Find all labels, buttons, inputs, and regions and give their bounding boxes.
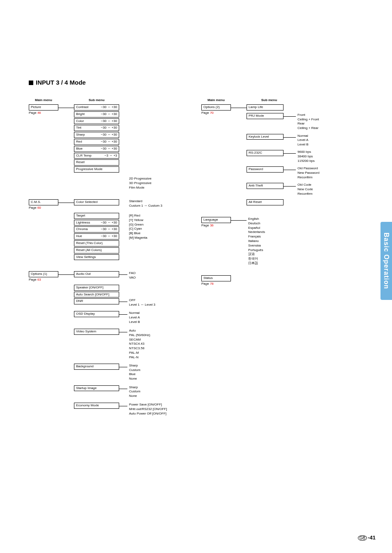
leaf-item: New Code	[296, 187, 341, 192]
page-link[interactable]: 63	[37, 278, 41, 281]
range-value: −30 ↔ +30	[101, 221, 117, 225]
leaf-group: SharpCustomBlueNone	[127, 364, 181, 381]
leaf-item: VAO	[127, 276, 181, 280]
sub-menu-header-left: Sub menu	[74, 99, 119, 102]
submenu-item: Lamp Life	[247, 104, 284, 111]
leaf-item: PAL-M	[127, 351, 181, 355]
submenu-item: All Reset	[247, 199, 284, 205]
leaf-item: [C] Cyan	[127, 227, 168, 231]
section-heading: INPUT 3 / 4 Mode	[29, 79, 86, 86]
menu-label: Language	[203, 218, 218, 221]
leaf-group: EnglishDeutschEspañolNederlandsFrançaisI…	[247, 217, 288, 266]
page-link[interactable]: 60	[37, 206, 41, 210]
leaf-item: Normal	[127, 311, 181, 316]
submenu-label: Background	[76, 365, 94, 369]
menu-status: Status	[201, 275, 231, 281]
leaf-item: NTSC3.58	[127, 346, 181, 351]
submenu-item: PRJ Mode	[247, 113, 284, 119]
leaf-item: Ceiling + Front	[296, 118, 341, 122]
leaf-item: 日本語	[247, 261, 288, 266]
submenu-label: Bright	[76, 113, 85, 116]
main-menu-header-left: Main menu	[29, 99, 58, 102]
submenu-item: Tint−30 ↔ +30	[74, 125, 119, 131]
leaf-item: Level B	[296, 143, 341, 147]
leaf-item: Blue	[127, 372, 181, 377]
leaf-group: 2D Progressive3D ProgressiveFilm Mode	[127, 177, 168, 190]
menu-language: Language	[201, 217, 231, 223]
leaf-item: Level A	[296, 138, 341, 143]
range-value: −30 ↔ +30	[101, 106, 117, 109]
submenu-label: Reset (All Colors)	[76, 249, 102, 252]
submenu-label: View Settings	[76, 256, 96, 259]
page-link[interactable]: 70	[210, 111, 214, 115]
submenu-item: Auto Search [ON/OFF]	[74, 292, 119, 298]
submenu-label: CLR Temp	[76, 154, 92, 158]
leaf-group: StandardCustom 1 ↔ Custom 3	[127, 199, 177, 208]
page-number: -41	[368, 535, 376, 541]
leaf-item: 汉语	[247, 252, 288, 257]
leaf-item: English	[247, 217, 288, 221]
menu-options2: Options (2)	[201, 104, 231, 111]
leaf-item: Standard	[127, 199, 177, 204]
submenu-item: Audio Out	[74, 271, 119, 277]
leaf-group: Old CodeNew CodeReconfirm	[296, 183, 341, 196]
menu-picture: Picture	[29, 104, 58, 111]
leaf-group: Power Save [ON/OFF]Mntr.out/RS232 [ON/OF…	[127, 403, 181, 416]
submenu-item: Blue−30 ↔ +30	[74, 146, 119, 152]
page-link[interactable]: 36	[210, 224, 214, 227]
submenu-item: Reset (All Colors)	[74, 247, 119, 253]
page-ref: Page 60	[29, 206, 58, 210]
square-bullet-icon	[29, 81, 33, 85]
submenu-label: Chroma	[76, 228, 88, 231]
leaf-item: Sharp	[127, 385, 181, 390]
submenu-item: Red−30 ↔ +30	[74, 139, 119, 145]
leaf-item: OFF	[127, 298, 181, 303]
submenu-item: Sharp−30 ↔ +30	[74, 132, 119, 138]
submenu-label: Sharp	[76, 133, 85, 137]
page-link[interactable]: 46	[37, 111, 41, 115]
submenu-item: Color−30 ↔ +30	[74, 118, 119, 124]
submenu-label: Tint	[76, 126, 81, 130]
leaf-group: OFFLevel 1 ↔ Level 3	[127, 298, 181, 307]
leaf-item: [B] Blue	[127, 231, 168, 236]
region-badge: GB	[358, 535, 367, 541]
submenu-label: Reset (This Color)	[76, 242, 103, 245]
submenu-item: RS-232C	[247, 150, 284, 156]
leaf-item: Auto Power Off [ON/OFF]	[127, 412, 181, 416]
leaf-item: None	[127, 394, 181, 399]
leaf-item: Reconfirm	[296, 192, 341, 196]
submenu-item: Lightness−30 ↔ +30	[74, 220, 119, 226]
leaf-item: Level 1 ↔ Level 3	[127, 303, 181, 307]
page-link[interactable]: 78	[210, 282, 214, 286]
leaf-item: [R] Red	[127, 214, 168, 218]
leaf-item: Custom	[127, 389, 181, 394]
range-value: −30 ↔ +30	[101, 120, 117, 123]
leaf-item: Old Password	[296, 166, 341, 171]
submenu-item: Economy Mode	[74, 403, 119, 409]
menu-label: Status	[203, 276, 213, 280]
leaf-item: [M] Magenta	[127, 236, 168, 240]
menu-label: Picture	[31, 105, 41, 109]
submenu-item: Startup Image	[74, 385, 119, 392]
leaf-group: NormalLevel ALevel B	[127, 311, 181, 324]
sub-menu-header-right: Sub menu	[247, 99, 292, 102]
leaf-item: 38400 bps	[296, 154, 341, 159]
submenu-item: Anti-Theft	[247, 183, 284, 189]
submenu-item: Hue−30 ↔ +30	[74, 233, 119, 240]
leaf-item: New Password	[296, 171, 341, 175]
leaf-item: Sharp	[127, 364, 181, 368]
submenu-item: Password	[247, 166, 284, 173]
submenu-item: Reset	[74, 159, 119, 166]
side-tab-label: Basic Operation	[383, 233, 390, 289]
leaf-item: Level A	[127, 316, 181, 320]
submenu-label: Video System	[76, 330, 96, 334]
submenu-label: Reset	[76, 161, 85, 164]
main-menu-header-right: Main menu	[201, 99, 231, 102]
submenu-item: Contrast−30 ↔ +30	[74, 104, 119, 111]
submenu-label: Auto Search [ON/OFF]	[76, 293, 109, 297]
submenu-label: Blue	[76, 147, 83, 151]
leaf-item: 115200 bps	[296, 159, 341, 164]
menu-options1: Options (1)	[29, 271, 58, 277]
range-value: −30 ↔ +30	[101, 126, 117, 130]
submenu-item: Chroma−30 ↔ +30	[74, 226, 119, 233]
